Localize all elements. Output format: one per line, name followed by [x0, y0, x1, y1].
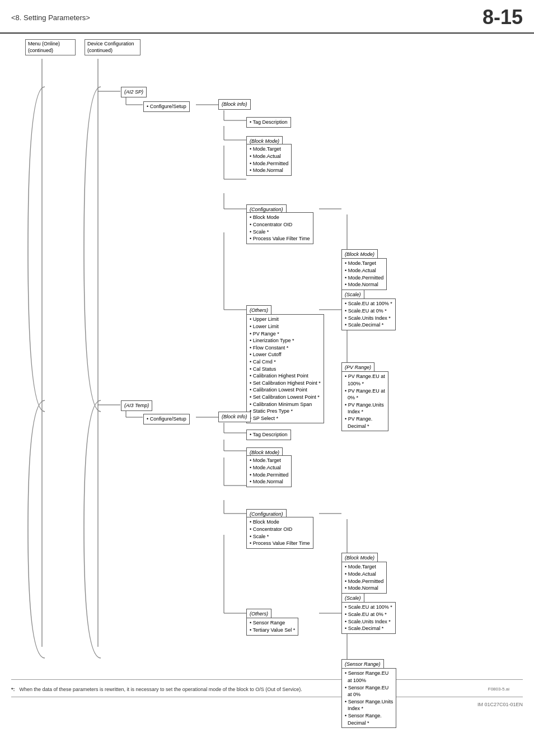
bottom-rule — [11, 679, 523, 680]
ai2sp-block-mode-items: • Mode.Target• Mode.Actual• Mode.Permitt… — [246, 144, 292, 175]
ai2sp-scale-items: • Scale.EU at 100% *• Scale.EU at 0% *• … — [341, 298, 396, 330]
footer-note: *: When the data of these parameters is … — [11, 687, 523, 692]
column-headers: Menu (Online) (continued) Device Configu… — [11, 39, 523, 55]
footnote-symbol: *: — [11, 687, 15, 692]
bracket-ai2sp — [22, 81, 50, 417]
ai3temp-block-info-label: (Block Info) — [218, 412, 251, 422]
ai2sp-bm-right-items: • Mode.Target• Mode.Actual• Mode.Permitt… — [341, 258, 387, 290]
page-number: 8-15 — [483, 6, 523, 29]
diagram: (AI2 SP) • Configure/Setup (Block Info) … — [11, 59, 509, 675]
device-col-label2: (continued) — [87, 48, 138, 54]
ai2sp-tag-description: • Tag Description — [246, 117, 291, 128]
page-id: IM 01C27C01-01EN — [11, 702, 523, 707]
content-area: Menu (Online) (continued) Device Configu… — [0, 39, 534, 718]
bracket2-ai2sp — [78, 81, 106, 417]
bottom-rule-2 — [11, 697, 523, 697]
ai3temp-label: (AI3 Temp) — [121, 400, 152, 411]
ai2sp-config-items: • Block Mode• Concentrator OID• Scale *•… — [246, 212, 313, 244]
page-header: <8. Setting Parameters> 8-15 — [0, 0, 534, 34]
ai2sp-block-info-label: (Block Info) — [218, 99, 251, 110]
ai3temp-configure-setup: • Configure/Setup — [143, 414, 190, 424]
device-col-header: Device Configuration (continued) — [85, 39, 140, 55]
ai3temp-scale-items: • Scale.EU at 100% *• Scale.EU at 0% *• … — [341, 602, 396, 633]
footnote-text: When the data of these parameters is rew… — [20, 687, 302, 692]
ai2sp-others-items: • Upper Limit• Lower Limit• PV Range *• … — [246, 314, 324, 423]
menu-col-header: Menu (Online) (continued) — [25, 39, 76, 55]
ai2sp-pvrange-items: • PV Range.EU at 100% *• PV Range.EU at … — [341, 371, 388, 431]
figure-id: F0803-5.ai — [488, 687, 509, 692]
bracket-ai3temp — [22, 395, 50, 664]
ai3temp-block-mode-items: • Mode.Target• Mode.Actual• Mode.Permitt… — [246, 455, 292, 487]
menu-col-label: Menu (Online) — [28, 41, 73, 48]
menu-col-label2: (continued) — [28, 48, 73, 54]
bracket2-ai3temp — [78, 395, 106, 664]
device-col-label: Device Configuration — [87, 41, 138, 48]
ai3temp-others-items: • Sensor Range• Tertiary Value Sel * — [246, 618, 298, 635]
ai2sp-configure-setup: • Configure/Setup — [143, 101, 190, 112]
ai3temp-sensor-range-items: • Sensor Range.EU at 100%• Sensor Range.… — [341, 668, 396, 728]
ai2sp-label: (AI2 SP) — [121, 87, 147, 97]
ai3temp-tag-description: • Tag Description — [246, 430, 291, 440]
ai3temp-bm-right-items: • Mode.Target• Mode.Actual• Mode.Permitt… — [341, 562, 387, 593]
ai3temp-config-items: • Block Mode• Concentrator OID• Scale *•… — [246, 517, 313, 548]
page-title: <8. Setting Parameters> — [11, 13, 90, 22]
